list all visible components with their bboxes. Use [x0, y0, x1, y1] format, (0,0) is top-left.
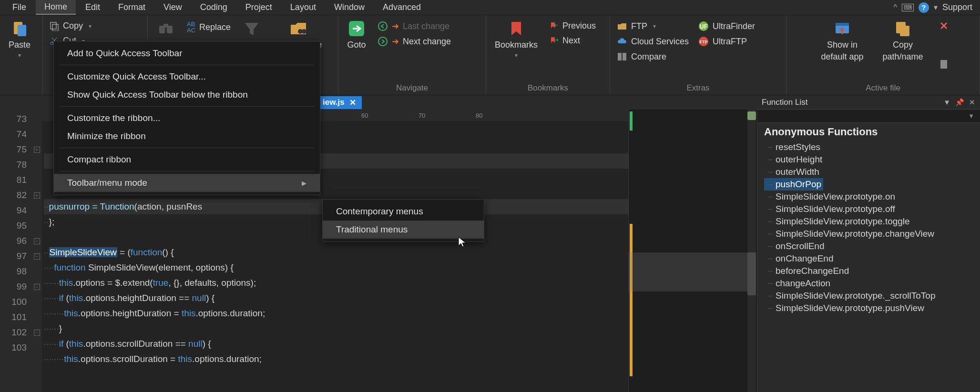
- fold-toggle[interactable]: −: [34, 238, 40, 244]
- replace-label: Replace: [199, 22, 231, 32]
- last-change-button[interactable]: ➜ Last change: [376, 20, 453, 32]
- find-button[interactable]: [153, 17, 179, 40]
- folder-ftp-icon: [617, 21, 627, 31]
- next-change-label: Next change: [403, 37, 451, 47]
- minimap[interactable]: [628, 110, 757, 392]
- ultraftp-label: UltraFTP: [713, 37, 747, 47]
- menu-coding[interactable]: Coding: [192, 0, 236, 14]
- orange-arrow-icon: ➜: [392, 21, 399, 31]
- menu-home[interactable]: Home: [36, 0, 76, 15]
- document-icon[interactable]: [939, 59, 949, 70]
- copy-path-icon: [893, 19, 912, 38]
- next-bookmark-button[interactable]: Next: [547, 35, 598, 47]
- fold-toggle[interactable]: −: [34, 253, 40, 260]
- function-item[interactable]: onChangeEnd: [764, 252, 980, 265]
- ftp-button[interactable]: FTP: [615, 20, 691, 32]
- function-item[interactable]: beforeChangeEnd: [764, 265, 980, 277]
- function-item[interactable]: SimpleSlideView.prototype.off: [764, 203, 980, 215]
- copy-icon: [50, 21, 59, 31]
- line-number-gutter: 73 74 75 78 81 82 94 95 96 97 98 99 100 …: [0, 110, 31, 392]
- dropdown-icon[interactable]: ▾: [934, 3, 938, 12]
- copy-path-label1: Copy: [893, 40, 913, 50]
- svg-rect-14: [618, 53, 622, 60]
- orange-arrow-icon: ➜: [392, 36, 399, 47]
- chevron-down-icon: ▾: [515, 52, 518, 59]
- close-icon[interactable]: ✕: [939, 20, 948, 32]
- show-in-default-button[interactable]: Show in default app: [817, 17, 867, 64]
- submenu-arrow-icon: ▶: [302, 180, 306, 187]
- function-item[interactable]: SimpleSlideView.prototype._scrollToTop: [764, 290, 980, 302]
- function-item[interactable]: resetStyles: [764, 141, 980, 153]
- bookmarks-label: Bookmarks: [495, 40, 538, 50]
- function-item[interactable]: SimpleSlideView.prototype.pushView: [764, 302, 980, 314]
- function-item-selected[interactable]: pushOrPop: [764, 178, 823, 191]
- menubar-left: File Home Edit Format View Coding Projec…: [4, 0, 429, 15]
- function-item[interactable]: SimpleSlideView.prototype.toggle: [764, 215, 980, 228]
- extras-group-label: Extras: [615, 82, 781, 94]
- previous-bookmark-button[interactable]: Previous: [547, 20, 598, 32]
- ultraftp-button[interactable]: FTP UltraFTP: [696, 35, 757, 48]
- minimap-scrollbar[interactable]: [747, 110, 756, 392]
- fold-toggle[interactable]: +: [34, 192, 40, 199]
- file-tab[interactable]: iew.js ✕: [317, 96, 362, 109]
- ultrafinder-button[interactable]: UF UltraFinder: [696, 20, 757, 32]
- menu-layout[interactable]: Layout: [282, 0, 325, 14]
- help-icon[interactable]: ?: [919, 2, 929, 13]
- function-item[interactable]: SimpleSlideView.prototype.changeView: [764, 228, 980, 240]
- menu-view[interactable]: View: [155, 0, 191, 14]
- menu-window[interactable]: Window: [326, 0, 373, 14]
- compare-label: Compare: [631, 52, 666, 62]
- ctx-compact-ribbon[interactable]: Compact ribbon: [54, 151, 320, 169]
- goto-icon: [347, 19, 366, 38]
- cloud-services-button[interactable]: Cloud Services: [615, 35, 691, 48]
- function-list-header: Function List ▼ 📌 ✕: [757, 95, 980, 110]
- replace-button[interactable]: ABAC Replace: [185, 20, 233, 34]
- function-item[interactable]: outerHeight: [764, 153, 980, 166]
- copy-path-button[interactable]: Copy path/name: [879, 17, 927, 64]
- bookmarks-button[interactable]: Bookmarks ▾: [491, 17, 541, 60]
- replace-icon: ABAC: [187, 21, 195, 33]
- next-change-button[interactable]: ➜ Next change: [376, 35, 453, 48]
- chevron-up-icon[interactable]: ^: [893, 3, 897, 12]
- function-item[interactable]: outerWidth: [764, 166, 980, 178]
- goto-button[interactable]: Goto: [343, 17, 370, 52]
- close-icon[interactable]: ✕: [349, 98, 356, 108]
- ultraftp-icon: FTP: [698, 36, 709, 47]
- ctx-show-qat-below[interactable]: Show Quick Access Toolbar below the ribb…: [54, 86, 320, 104]
- close-icon[interactable]: ✕: [969, 98, 975, 107]
- function-list-filter[interactable]: ▼: [757, 110, 980, 123]
- ribbon-group-navigate: Goto ➜ Last change ➜ Next change Navigat…: [338, 15, 486, 95]
- ribbon-group-clipboard: Paste ▾: [0, 15, 43, 95]
- function-item[interactable]: onScrollEnd: [764, 240, 980, 252]
- menu-file[interactable]: File: [4, 0, 35, 14]
- ctx-add-qat[interactable]: Add to Quick Access Toolbar: [54, 44, 320, 62]
- filter-button[interactable]: [238, 17, 265, 40]
- svg-rect-8: [163, 24, 168, 28]
- menu-project[interactable]: Project: [237, 0, 281, 14]
- menu-advanced[interactable]: Advanced: [374, 0, 429, 14]
- fold-toggle[interactable]: −: [34, 330, 40, 336]
- paste-button[interactable]: Paste ▾: [5, 17, 34, 60]
- fold-toggle[interactable]: +: [34, 147, 40, 153]
- activefile-group-label: Active file: [791, 82, 975, 94]
- ctx-customize-ribbon[interactable]: Customize the ribbon...: [54, 109, 320, 127]
- copy-button[interactable]: Copy: [48, 20, 93, 32]
- window-up-icon: [833, 19, 852, 38]
- menu-format[interactable]: Format: [110, 0, 154, 14]
- copy-label: Copy: [63, 21, 83, 31]
- ctx-toolbar-mode[interactable]: Toolbar/menu mode▶: [54, 174, 320, 192]
- compare-button[interactable]: Compare: [615, 50, 691, 63]
- fold-toggle[interactable]: −: [34, 284, 40, 290]
- function-item[interactable]: changeAction: [764, 277, 980, 290]
- support-link[interactable]: Support: [942, 2, 972, 12]
- pin-icon[interactable]: 📌: [955, 98, 964, 107]
- function-group-heading: Anonymous Functions: [764, 126, 980, 138]
- svg-point-13: [378, 37, 387, 46]
- keyboard-icon[interactable]: ⌨: [902, 4, 914, 11]
- dropdown-icon[interactable]: ▼: [943, 98, 950, 107]
- function-item[interactable]: SimpleSlideView.prototype.on: [764, 191, 980, 203]
- ctx-contemporary-menus[interactable]: Contemporary menus: [323, 202, 484, 221]
- menu-edit[interactable]: Edit: [77, 0, 109, 14]
- ctx-customize-qat[interactable]: Customize Quick Access Toolbar...: [54, 68, 320, 86]
- ctx-minimize-ribbon[interactable]: Minimize the ribbon: [54, 127, 320, 145]
